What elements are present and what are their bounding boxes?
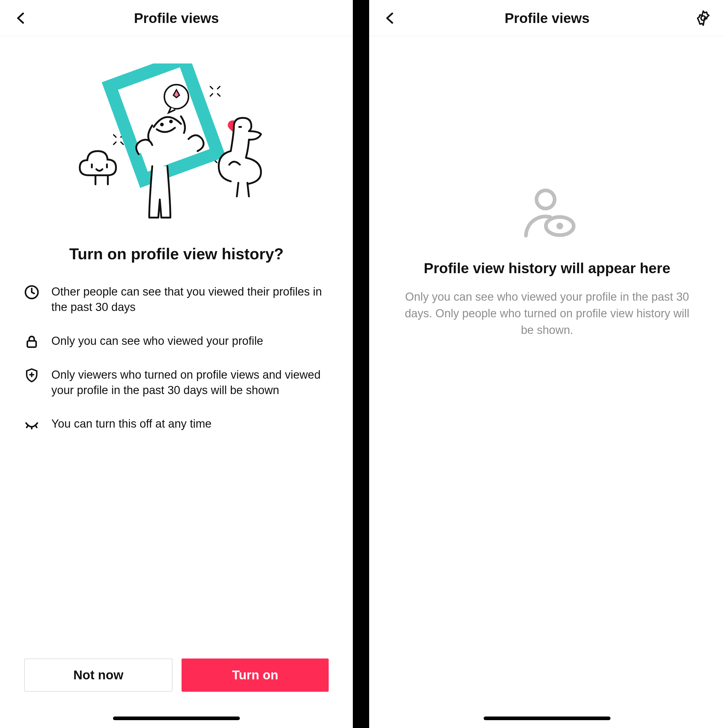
- empty-subtitle: Only you can see who viewed your profile…: [402, 289, 692, 338]
- svg-line-26: [36, 425, 37, 427]
- closed-eye-icon: [24, 417, 39, 432]
- svg-point-30: [556, 223, 563, 229]
- profile-eye-icon: [517, 187, 577, 239]
- feature-text: Other people can see that you viewed the…: [51, 284, 329, 315]
- lock-icon: [24, 334, 39, 349]
- screen-divider: [353, 0, 369, 728]
- settings-button[interactable]: [694, 8, 713, 28]
- shield-plus-icon: [24, 368, 39, 383]
- turn-on-button[interactable]: Turn on: [182, 659, 329, 692]
- feature-list: Other people can see that you viewed the…: [24, 284, 329, 432]
- feature-item: Only you can see who viewed your profile: [24, 333, 329, 349]
- svg-line-5: [218, 86, 220, 89]
- empty-content: Profile view history will appear here On…: [369, 36, 725, 728]
- feature-text: You can turn this off at any time: [51, 416, 211, 431]
- svg-point-14: [170, 121, 172, 122]
- svg-line-20: [237, 183, 238, 196]
- svg-rect-23: [27, 341, 36, 347]
- back-button[interactable]: [12, 10, 29, 27]
- home-indicator[interactable]: [113, 717, 240, 720]
- svg-point-28: [536, 190, 555, 208]
- svg-point-27: [701, 16, 706, 20]
- page-title: Profile views: [134, 10, 219, 26]
- prompt-content: Turn on profile view history? Other peop…: [0, 36, 353, 728]
- profile-frame-illustration: [62, 63, 291, 233]
- empty-state: Profile view history will appear here On…: [402, 187, 692, 338]
- chevron-left-icon: [385, 12, 395, 24]
- feature-item: Only viewers who turned on profile views…: [24, 367, 329, 398]
- gear-icon: [695, 10, 712, 27]
- svg-line-2: [114, 135, 116, 137]
- chevron-left-icon: [15, 12, 26, 24]
- feature-text: Only viewers who turned on profile views…: [51, 367, 329, 398]
- svg-line-7: [218, 94, 220, 96]
- svg-rect-12: [110, 63, 218, 180]
- page-title: Profile views: [504, 10, 589, 26]
- svg-line-0: [114, 142, 116, 144]
- screen-empty: Profile views Profile view history will …: [369, 0, 725, 728]
- svg-point-13: [161, 124, 163, 125]
- feature-item: You can turn this off at any time: [24, 416, 329, 432]
- screen-prompt: Profile views: [0, 0, 353, 728]
- svg-line-6: [210, 86, 213, 89]
- svg-line-4: [210, 94, 213, 96]
- svg-line-21: [247, 183, 249, 196]
- empty-title: Profile view history will appear here: [424, 260, 670, 277]
- clock-icon: [24, 284, 39, 300]
- home-indicator[interactable]: [484, 717, 611, 720]
- prompt-title: Turn on profile view history?: [69, 245, 284, 263]
- feature-item: Other people can see that you viewed the…: [24, 284, 329, 315]
- feature-text: Only you can see who viewed your profile: [51, 333, 263, 349]
- header: Profile views: [0, 0, 353, 36]
- header: Profile views: [369, 0, 725, 36]
- back-button[interactable]: [381, 10, 398, 27]
- svg-line-24: [27, 425, 28, 427]
- not-now-button[interactable]: Not now: [24, 659, 172, 692]
- svg-line-3: [121, 142, 123, 144]
- button-row: Not now Turn on: [24, 659, 329, 692]
